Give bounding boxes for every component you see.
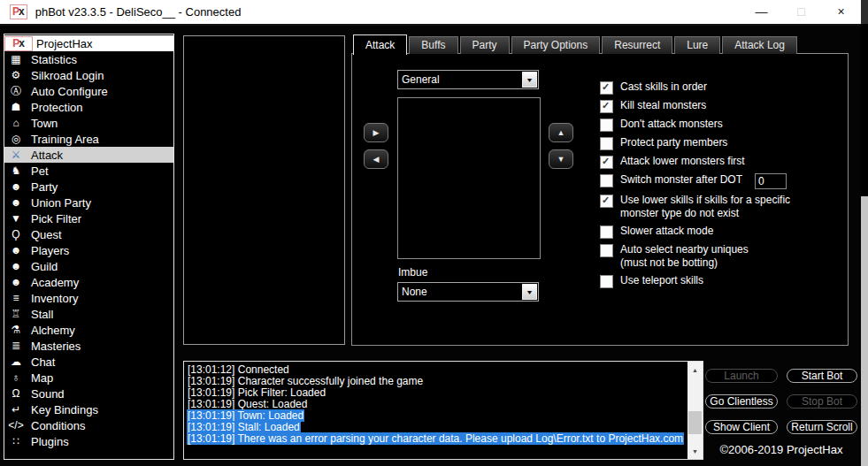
action-button[interactable]: Launch bbox=[705, 369, 778, 383]
sidebar-item[interactable]: ⚔ Attack bbox=[4, 147, 173, 163]
checkbox[interactable]: ✓ bbox=[600, 156, 613, 169]
checkbox[interactable]: ✓ bbox=[600, 137, 613, 150]
tab[interactable]: Party Options bbox=[511, 36, 601, 54]
sidebar-item-label: Silkroad Login bbox=[27, 69, 104, 82]
move-up-button[interactable]: ▲ bbox=[549, 123, 573, 142]
sidebar-item[interactable]: ◎ Training Area bbox=[4, 131, 173, 147]
window-control-button[interactable]: × bbox=[821, 0, 861, 23]
sidebar-item[interactable]: ☻ Players bbox=[4, 242, 173, 258]
sidebar-item[interactable]: ≣ Masteries bbox=[4, 338, 173, 354]
sidebar-item[interactable]: ♁ Map bbox=[4, 370, 173, 386]
sidebar-item[interactable]: Ω Sound bbox=[4, 386, 173, 401]
sidebar-item[interactable]: ☻ Party bbox=[4, 179, 173, 195]
attack-option-row[interactable]: ✓ Cast skills in order bbox=[600, 80, 846, 95]
quest-balloon-icon: Ϙ bbox=[4, 226, 27, 242]
checkbox[interactable]: ✓ bbox=[600, 81, 613, 95]
tab[interactable]: Attack bbox=[353, 34, 407, 55]
sidebar-item[interactable]: ☻ Academy bbox=[4, 274, 173, 290]
action-button[interactable]: Return Scroll bbox=[787, 420, 857, 434]
attack-option-row[interactable]: ✓ Kill steal monsters bbox=[600, 99, 846, 113]
bell-icon: Ω bbox=[4, 386, 27, 401]
key-bindings-icon: ↵ bbox=[4, 401, 27, 417]
move-left-button[interactable]: ◀ bbox=[364, 149, 388, 169]
window-controls: — □ × bbox=[741, 0, 861, 25]
checkbox[interactable]: ✓ bbox=[600, 174, 613, 187]
switch-monster-after-dot-input[interactable] bbox=[755, 173, 787, 189]
log-line[interactable]: [13:01:19] There was an error parsing yo… bbox=[187, 433, 687, 445]
sidebar-item[interactable]: Ⓐ Auto Configure bbox=[4, 83, 173, 99]
move-down-button[interactable]: ▼ bbox=[549, 149, 573, 169]
checkbox-label: Protect party members bbox=[620, 136, 727, 149]
log-lines: [13:01:12] Connected [13:01:19] Characte… bbox=[184, 362, 687, 459]
attack-option-row[interactable]: ✓ Attack lower monsters first bbox=[600, 155, 846, 169]
window-control-button[interactable]: — bbox=[741, 0, 781, 23]
checkbox[interactable]: ✓ bbox=[600, 225, 613, 239]
dropdown-arrow-button[interactable]: ▼ bbox=[522, 284, 537, 300]
sidebar-item[interactable]: ⌂ Town bbox=[4, 115, 173, 131]
imbue-value: None bbox=[398, 286, 522, 298]
scroll-down-button[interactable]: ▼ bbox=[687, 445, 703, 457]
sidebar-item[interactable]: ♞ Pet bbox=[4, 163, 173, 179]
tab[interactable]: Party bbox=[460, 36, 510, 54]
checkbox[interactable]: ✓ bbox=[600, 275, 613, 288]
sidebar-item-label: Players bbox=[27, 244, 69, 257]
log-scrollbar[interactable]: ▲ ▼ bbox=[687, 362, 703, 459]
attack-skill-list[interactable] bbox=[397, 97, 541, 259]
scrollbar-thumb[interactable] bbox=[688, 411, 702, 434]
checkbox[interactable]: ✓ bbox=[600, 118, 613, 132]
sidebar-item[interactable]: ♖ Stall bbox=[4, 306, 173, 322]
action-button[interactable]: Show Client bbox=[705, 420, 778, 434]
sidebar-item[interactable]: ↵ Key Bindings bbox=[4, 401, 173, 417]
sidebar-item[interactable]: ▼ Pick Filter bbox=[4, 210, 173, 226]
attack-option-row[interactable]: ✓ Switch monster after DOT bbox=[600, 173, 846, 189]
maximize-icon: □ bbox=[797, 4, 804, 19]
action-button[interactable]: Stop Bot bbox=[787, 394, 857, 409]
tab[interactable]: Resurrect bbox=[602, 36, 672, 54]
sidebar-item[interactable]: ☗ Protection bbox=[4, 99, 173, 115]
sidebar-item[interactable]: ☻ Union Party bbox=[4, 195, 173, 210]
sidebar-item[interactable]: Ϙ Quest bbox=[4, 226, 173, 242]
attack-option-row[interactable]: ✓ Slower attack mode bbox=[600, 225, 846, 239]
sidebar-item[interactable]: ∷ Plugins bbox=[4, 433, 173, 449]
sidebar-item-label: Stall bbox=[27, 308, 53, 321]
sidebar-item-label: Guild bbox=[27, 260, 58, 273]
scroll-up-button[interactable]: ▲ bbox=[687, 363, 703, 376]
minimize-icon: — bbox=[756, 4, 768, 19]
sidebar-item-label: Plugins bbox=[27, 435, 69, 448]
sidebar-item[interactable]: ≡ Inventory bbox=[4, 290, 173, 306]
tab[interactable]: Buffs bbox=[409, 36, 457, 54]
checkbox-label: Auto select nearby uniques (must not be … bbox=[620, 243, 749, 270]
sidebar-item-label: Alchemy bbox=[27, 324, 75, 337]
move-right-button[interactable]: ▶ bbox=[364, 123, 388, 142]
sidebar-item[interactable]: ⚗ Alchemy bbox=[4, 322, 173, 338]
attack-option-row[interactable]: ✓ Auto select nearby uniques (must not b… bbox=[600, 243, 846, 270]
sidebar-item[interactable]: ▦ Statistics bbox=[4, 51, 173, 67]
sidebar-item[interactable]: ☁ Chat bbox=[4, 354, 173, 370]
sidebar-item-label: Quest bbox=[27, 228, 62, 241]
attack-option-row[interactable]: ✓ Use lower skills if skills for a speci… bbox=[600, 194, 846, 220]
skill-group-dropdown[interactable]: General ▼ bbox=[397, 70, 539, 89]
tab[interactable]: Attack Log bbox=[722, 36, 797, 54]
action-button[interactable]: Start Bot bbox=[787, 369, 857, 383]
sidebar-item[interactable]: ⚙ Silkroad Login bbox=[4, 67, 173, 83]
attack-option-row[interactable]: ✓ Use teleport skills bbox=[600, 274, 846, 288]
imbue-dropdown[interactable]: None ▼ bbox=[397, 282, 539, 302]
sidebar-item[interactable]: </> Conditions bbox=[4, 417, 173, 433]
checkbox[interactable]: ✓ bbox=[600, 100, 613, 113]
sidebar-item-label: Key Bindings bbox=[27, 403, 98, 416]
dropdown-arrow-icon: ▼ bbox=[526, 289, 534, 295]
window-control-button[interactable]: □ bbox=[781, 0, 821, 23]
tab[interactable]: Lure bbox=[674, 36, 720, 54]
sidebar-item[interactable]: ☻ Guild bbox=[4, 258, 173, 274]
scroll-up-icon: ▲ bbox=[692, 367, 698, 373]
attack-option-row[interactable]: ✓ Protect party members bbox=[600, 136, 846, 150]
union-party-people-icon: ☻ bbox=[4, 195, 27, 210]
checkbox[interactable]: ✓ bbox=[600, 195, 613, 208]
dropdown-arrow-button[interactable]: ▼ bbox=[522, 72, 537, 88]
sidebar-item[interactable]: Px ProjectHax bbox=[4, 35, 173, 51]
check-icon: ✓ bbox=[602, 195, 610, 206]
checkbox[interactable]: ✓ bbox=[600, 244, 613, 257]
attack-options: ✓ Cast skills in order ✓ Kill steal mons… bbox=[600, 80, 846, 293]
action-button[interactable]: Go Clientless bbox=[705, 394, 778, 409]
attack-option-row[interactable]: ✓ Don't attack monsters bbox=[600, 118, 846, 132]
